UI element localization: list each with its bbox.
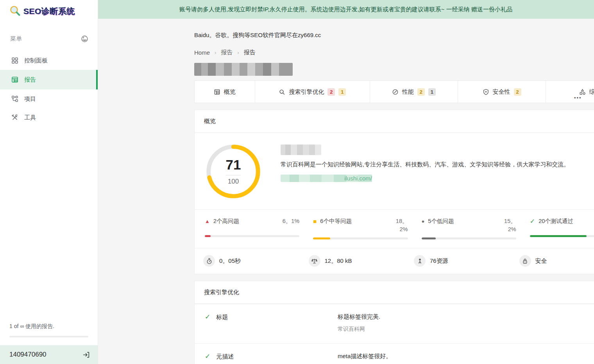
announcement-text: 账号请勿多人使用,发现立即封禁IP,永久停止使用。系统边使用边开发,如有更新或者… [179,6,512,13]
app-logo[interactable]: SEO诊断系统 [0,0,98,22]
stat-low-issues: ● 5个低问题 15。2% [422,214,516,239]
tools-icon [11,114,18,121]
tab-misc[interactable]: 综合 [546,81,594,103]
check-icon: ✓ [205,353,210,360]
usage-text: 1 of ∞ 使用的报告. [9,323,88,330]
theme-toggle-icon[interactable] [81,35,88,43]
metric-resources: 76资源 [414,255,519,267]
performance-warning-badge: 2 [417,88,425,96]
score-divider [226,175,241,175]
overview-card: 概览 71 100 常识百科网是一个知识经验网站,专注分享生活、科技数码 [194,110,594,274]
user-id: 1409470690 [9,351,47,359]
sidebar-item-label: 报告 [24,76,36,84]
search-icon [279,89,285,95]
scale-icon [309,255,320,267]
breadcrumb-current: 报告 [244,49,256,56]
stopwatch-icon [203,255,215,267]
report-tabs: 概览 搜索引擎优化 2 1 性能 2 1 [194,80,594,103]
report-icon [11,76,18,84]
site-description: 常识百科网是一个知识经验网站,专注分享生活、科技数码、汽车、游戏、文学知识等经验… [281,161,569,168]
speedometer-icon [392,89,399,95]
tab-overview[interactable]: 概览 [195,81,255,103]
stat-percent: 18。2% [388,217,408,234]
seo-warning-badge: 1 [338,88,346,96]
overview-icon [214,89,220,95]
medium-issue-icon: ■ [313,217,317,225]
breadcrumb-reports[interactable]: 报告 [221,49,233,56]
sidebar-item-label: 控制面板 [24,57,48,64]
seo-detail: 常识百科网 [338,326,594,333]
performance-info-badge: 1 [428,88,436,96]
issue-stats-row: ▲ 2个高问题 6。1% ■ 6个中等问题 18。2% [195,209,594,248]
redacted-site-url[interactable]: ilushi.com/ [281,175,372,182]
menu-label: 菜单 [10,35,22,43]
seo-row-meta-description: ✓ 元描述 meta描述标签很好。 常识百科网是一个知识经验网站,专注分享生活、… [195,343,594,364]
sidebar-item-label: 工具 [24,114,36,121]
magnifier-logo-icon [9,5,22,18]
content-column: Baidu。谷歌。搜狗等SEO软件官网尽在zy669.cc Home › 报告 … [194,32,594,364]
redacted-site-title [194,63,293,76]
chevron-right-icon: › [215,50,216,55]
high-issue-icon: ▲ [205,217,210,225]
stat-passed-tests: ✓ 20个测试通过 [530,214,594,239]
stat-medium-issues: ■ 6个中等问题 18。2% [313,214,408,239]
tab-seo[interactable]: 搜索引擎优化 2 1 [255,81,370,103]
low-issue-icon: ● [422,217,425,225]
seo-card-title: 搜索引擎优化 [195,281,594,304]
metric-page-size: 12。80 kB [309,255,414,267]
stat-high-issues: ▲ 2个高问题 6。1% [205,214,299,239]
chevron-right-icon: › [237,50,239,55]
seo-card: 搜索引擎优化 ✓ 标题 标题标签很完美. 常识百科网 ✓ 元描述 meta描述标… [194,281,594,364]
stat-bar [422,237,436,239]
user-row: 1409470690 [0,345,98,364]
sidebar-item-projects[interactable]: 项目 [0,89,98,108]
logout-icon[interactable] [82,351,90,359]
sidebar-item-label: 项目 [24,95,36,103]
url-fragment: ilushi.com/ [344,175,372,182]
usage-progressbar [9,336,88,337]
score-value: 71 [226,157,241,173]
seo-result: 标题标签很完美. [338,313,594,321]
check-icon: ✓ [530,217,535,225]
stat-percent: 15。2% [497,217,516,234]
seo-result: meta描述标签很好。 [338,353,594,360]
resources-icon [414,255,426,267]
security-warning-badge: 2 [514,88,521,96]
sidebar-item-reports[interactable]: 报告 [0,70,98,89]
seo-error-badge: 2 [327,88,335,96]
app-title: SEO诊断系统 [23,6,75,17]
main-area: Baidu。谷歌。搜狗等SEO软件官网尽在zy669.cc Home › 报告 … [98,19,594,364]
stat-bar [205,235,211,237]
stat-percent: 6。1% [280,217,299,225]
shield-icon [483,89,489,95]
announcement-banner: 账号请勿多人使用,发现立即封禁IP,永久停止使用。系统边使用边开发,如有更新或者… [98,0,594,19]
score-gauge: 71 100 [205,143,262,200]
score-max: 100 [228,178,239,186]
dashboard-icon [11,57,18,64]
overview-card-title: 概览 [195,110,594,133]
tab-security[interactable]: 安全性 2 [458,81,546,103]
sidebar-item-dashboard[interactable]: 控制面板 [0,51,98,70]
usage-block: 1 of ∞ 使用的报告. [0,323,98,337]
metrics-row: 0。05秒 12。80 kB [195,248,594,274]
seo-row-title-tag: ✓ 标题 标题标签很完美. 常识百科网 [195,304,594,343]
page-title: Baidu。谷歌。搜狗等SEO软件官网尽在zy669.cc [194,32,594,39]
stat-bar [313,237,330,239]
sidebar: SEO诊断系统 菜单 控制面板 [0,0,98,364]
check-icon: ✓ [205,313,210,321]
tab-performance[interactable]: 性能 2 1 [370,81,458,103]
breadcrumb-home[interactable]: Home [194,49,210,56]
more-options-button[interactable]: ••• [572,93,584,102]
project-flow-icon [11,95,18,103]
sidebar-nav: 控制面板 报告 项目 [0,51,98,127]
metric-load-time: 0。05秒 [203,255,309,267]
lock-icon [519,255,531,267]
sidebar-item-tools[interactable]: 工具 [0,108,98,127]
metric-security: 安全 [519,255,594,267]
breadcrumb: Home › 报告 › 报告 [194,49,594,56]
stat-bar [530,235,587,237]
redacted-site-name [281,145,321,155]
